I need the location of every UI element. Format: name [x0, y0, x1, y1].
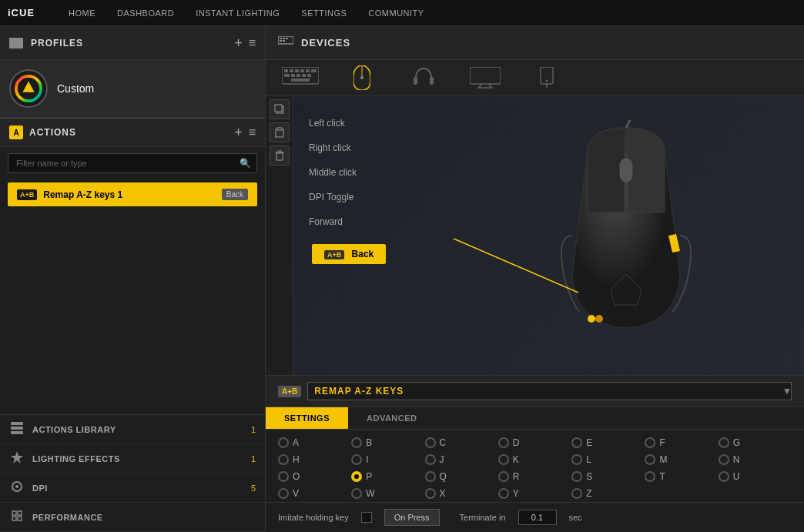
svg-rect-26 — [306, 69, 310, 72]
key-item-c[interactable]: C — [425, 437, 498, 448]
section-performance[interactable]: PERFORMANCE — [0, 503, 265, 532]
key-item-g[interactable]: G — [719, 437, 792, 448]
mouse-button-left-click[interactable]: Left click — [293, 112, 447, 135]
actions-menu-button[interactable]: ≡ — [249, 125, 256, 139]
svg-point-53 — [588, 315, 595, 323]
key-item-h[interactable]: H — [278, 454, 351, 465]
key-item-t[interactable]: T — [645, 471, 718, 482]
svg-rect-30 — [296, 74, 300, 77]
key-radio-y[interactable] — [498, 488, 509, 499]
key-item-a[interactable]: A — [278, 437, 351, 448]
tab-settings[interactable]: SETTINGS — [266, 407, 348, 429]
key-item-q[interactable]: Q — [425, 471, 498, 482]
paste-button[interactable] — [270, 122, 290, 142]
search-input[interactable] — [8, 153, 257, 173]
key-radio-u[interactable] — [719, 471, 729, 482]
mouse-button-middle-click[interactable]: Middle click — [293, 161, 447, 184]
key-radio-h[interactable] — [278, 454, 289, 465]
mouse-button-right-click[interactable]: Right click — [293, 136, 447, 159]
key-radio-q[interactable] — [425, 471, 436, 482]
mouse-button-back-highlight[interactable]: A+B Back — [312, 244, 386, 264]
key-item-r[interactable]: R — [498, 471, 571, 482]
key-item-x[interactable]: X — [425, 488, 498, 499]
svg-rect-33 — [291, 79, 310, 82]
key-radio-f[interactable] — [645, 437, 655, 448]
profiles-add-button[interactable]: + — [234, 36, 243, 50]
device-keyboard[interactable] — [281, 66, 320, 89]
key-radio-o[interactable] — [278, 471, 289, 482]
nav-instant-lighting[interactable]: INSTANT LIGHTING — [196, 8, 280, 18]
key-radio-b[interactable] — [351, 437, 362, 448]
key-radio-a[interactable] — [278, 437, 289, 448]
mouse-button-forward[interactable]: Forward — [293, 210, 447, 233]
key-radio-l[interactable] — [571, 454, 582, 465]
key-radio-x[interactable] — [425, 488, 436, 499]
left-panel: PROFILES + ≡ — [0, 26, 266, 532]
key-item-n[interactable]: N — [719, 454, 792, 465]
key-item-y[interactable]: Y — [498, 488, 571, 499]
key-radio-m[interactable] — [645, 454, 655, 465]
svg-rect-49 — [276, 153, 283, 160]
key-radio-c[interactable] — [425, 437, 436, 448]
key-item-u[interactable]: U — [719, 471, 792, 482]
dpi-icon — [9, 480, 25, 495]
key-item-d[interactable]: D — [498, 437, 571, 448]
device-mouse[interactable] — [343, 66, 381, 89]
section-dpi[interactable]: DPI 5 — [0, 473, 265, 503]
device-headset[interactable] — [404, 66, 443, 89]
nav-dashboard[interactable]: DASHBOARD — [117, 8, 174, 18]
nav-settings[interactable]: SETTINGS — [301, 8, 347, 18]
key-radio-j[interactable] — [425, 454, 436, 465]
key-radio-t[interactable] — [645, 471, 655, 482]
key-radio-p[interactable] — [351, 471, 362, 482]
profiles-menu-button[interactable]: ≡ — [249, 36, 256, 50]
key-item-l[interactable]: L — [571, 454, 645, 465]
key-item-k[interactable]: K — [498, 454, 571, 465]
key-radio-w[interactable] — [351, 488, 362, 499]
key-item-m[interactable]: M — [645, 454, 718, 465]
actions-add-button[interactable]: + — [234, 125, 243, 139]
lighting-effects-label: LIGHTING EFFECTS — [32, 454, 251, 463]
key-item-s[interactable]: S — [571, 471, 645, 482]
svg-rect-22 — [284, 69, 288, 72]
key-item-f[interactable]: F — [645, 437, 718, 448]
terminate-input[interactable] — [518, 510, 557, 525]
key-item-i[interactable]: I — [351, 454, 424, 465]
key-item-o[interactable]: O — [278, 471, 351, 482]
delete-button[interactable] — [270, 146, 290, 166]
mouse-image-area — [447, 96, 804, 375]
profile-name: Custom — [57, 82, 94, 95]
section-actions-library[interactable]: ACTIONS LIBRARY 1 — [0, 415, 265, 444]
key-item-b[interactable]: B — [351, 437, 424, 448]
key-radio-z[interactable] — [571, 488, 582, 499]
key-radio-s[interactable] — [571, 471, 582, 482]
mouse-button-dpi-toggle[interactable]: DPI Toggle — [293, 186, 447, 209]
copy-button[interactable] — [270, 99, 290, 119]
device-monitor[interactable] — [466, 66, 504, 89]
key-radio-d[interactable] — [498, 437, 509, 448]
nav-community[interactable]: COMMUNITY — [368, 8, 424, 18]
key-radio-n[interactable] — [719, 454, 729, 465]
key-radio-k[interactable] — [498, 454, 509, 465]
key-item-p[interactable]: P — [351, 471, 424, 482]
key-item-v[interactable]: V — [278, 488, 351, 499]
keys-grid: ABCDEFGHIJKLMNOPQRSTUVWXYZ — [278, 437, 792, 499]
key-item-w[interactable]: W — [351, 488, 424, 499]
device-other[interactable] — [528, 66, 566, 89]
key-radio-g[interactable] — [719, 437, 729, 448]
on-press-button[interactable]: On Press — [384, 509, 440, 526]
key-radio-i[interactable] — [351, 454, 362, 465]
section-lighting-effects[interactable]: LIGHTING EFFECTS 1 — [0, 444, 265, 473]
profile-item[interactable]: Custom — [0, 60, 265, 118]
imitate-checkbox[interactable] — [361, 512, 372, 523]
key-item-j[interactable]: J — [425, 454, 498, 465]
config-dropdown[interactable]: REMAP A-Z KEYS — [307, 382, 792, 400]
key-radio-v[interactable] — [278, 488, 289, 499]
key-radio-e[interactable] — [571, 437, 582, 448]
nav-home[interactable]: HOME — [69, 8, 95, 18]
action-item-remap[interactable]: A+B Remap A-Z keys 1 Back — [8, 182, 257, 206]
key-radio-r[interactable] — [498, 471, 509, 482]
tab-advanced[interactable]: ADVANCED — [348, 407, 436, 429]
key-item-e[interactable]: E — [571, 437, 645, 448]
key-item-z[interactable]: Z — [571, 488, 645, 499]
